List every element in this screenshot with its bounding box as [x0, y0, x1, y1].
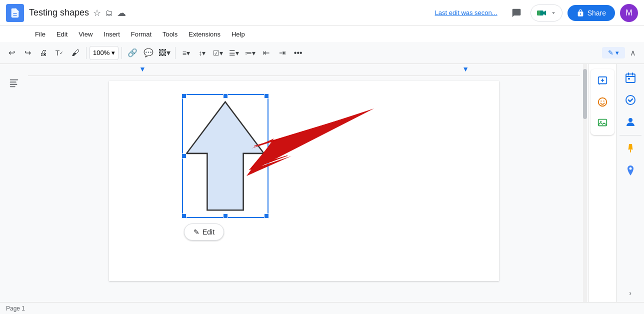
edit-shape-pencil-icon: ✎ — [194, 228, 200, 236]
star-icon[interactable]: ☆ — [93, 8, 101, 18]
bullet-list-button[interactable]: ☰▾ — [226, 46, 242, 60]
calendar-sidebar-icon[interactable] — [622, 69, 640, 87]
pencil-icon: ✎ — [608, 49, 614, 56]
align-button[interactable]: ≡▾ — [178, 46, 194, 60]
doc-page: ✎ Edit — [109, 81, 499, 281]
insert-comment-button[interactable]: 💬 — [141, 46, 156, 60]
svg-rect-27 — [630, 150, 631, 152]
right-panel-group — [590, 69, 614, 135]
document-outline-icon[interactable] — [5, 74, 23, 92]
menu-insert[interactable]: Insert — [98, 28, 125, 40]
indent-decrease-button[interactable]: ⇤ — [258, 46, 274, 60]
menu-format[interactable]: Format — [126, 28, 156, 40]
svg-rect-3 — [537, 10, 540, 16]
svg-point-15 — [598, 98, 606, 106]
handle-top-center[interactable] — [223, 94, 228, 98]
tasks-sidebar-icon[interactable] — [622, 91, 640, 109]
image-panel-button[interactable] — [594, 114, 612, 132]
edit-shape-button[interactable]: ✎ Edit — [184, 224, 224, 240]
checklist-button[interactable]: ☑▾ — [210, 46, 226, 60]
menu-extensions[interactable]: Extensions — [184, 28, 226, 40]
handle-bottom-center[interactable] — [223, 214, 228, 218]
svg-rect-7 — [10, 86, 16, 87]
svg-rect-24 — [628, 78, 630, 80]
right-panel — [588, 64, 616, 302]
menu-tools[interactable]: Tools — [158, 28, 182, 40]
page-count: Page 1 — [6, 305, 25, 312]
indent-increase-button[interactable]: ⇥ — [274, 46, 290, 60]
edit-mode-chevron: ▾ — [616, 49, 619, 56]
spellcheck-button[interactable]: T✓ — [52, 46, 67, 60]
zoom-value: 100% — [93, 49, 110, 56]
meet-button[interactable] — [530, 4, 562, 22]
doc-area: ▼ ▼ — [28, 64, 580, 302]
scrollbar-track — [583, 64, 587, 302]
scrollbar-thumb[interactable] — [583, 69, 587, 119]
share-label: Share — [588, 9, 606, 17]
svg-rect-6 — [10, 84, 18, 85]
ruler-left-marker[interactable]: ▼ — [139, 65, 146, 73]
zoom-control[interactable]: 100% ▾ — [90, 46, 118, 60]
comment-button[interactable] — [508, 4, 526, 22]
svg-marker-8 — [186, 102, 264, 210]
paint-format-button[interactable]: 🖌 — [68, 46, 83, 60]
save-to-drive-icon[interactable]: 🗂 — [105, 8, 113, 18]
ruler-right-marker[interactable]: ▼ — [462, 65, 469, 73]
zoom-dropdown-icon: ▾ — [112, 49, 115, 56]
separator-2 — [122, 47, 122, 59]
insert-image-button[interactable]: 🖼▾ — [157, 46, 172, 60]
svg-point-19 — [600, 121, 602, 122]
handle-middle-left[interactable] — [182, 154, 186, 158]
right-scrollbar[interactable] — [580, 64, 588, 302]
share-button[interactable]: Share — [568, 5, 615, 21]
emoji-panel-button[interactable] — [594, 93, 612, 111]
maps-sidebar-icon[interactable] — [622, 162, 640, 180]
far-right-expand-button[interactable]: › — [629, 289, 632, 297]
menu-bar: File Edit View Insert Format Tools Exten… — [0, 26, 644, 42]
svg-point-17 — [603, 100, 604, 102]
sidebar-divider — [620, 135, 642, 136]
insert-link-button[interactable]: 🔗 — [125, 46, 140, 60]
handle-bottom-right[interactable] — [264, 214, 269, 218]
undo-button[interactable]: ↩ — [4, 46, 19, 60]
main-area: ▼ ▼ — [0, 64, 644, 302]
redo-button[interactable]: ↪ — [20, 46, 35, 60]
line-spacing-button[interactable]: ↕▾ — [194, 46, 210, 60]
svg-point-26 — [628, 118, 632, 122]
svg-rect-4 — [10, 80, 18, 80]
separator-3 — [175, 47, 176, 59]
menu-view[interactable]: View — [74, 28, 98, 40]
more-options-button[interactable]: ••• — [290, 46, 306, 60]
far-right-sidebar: › — [616, 64, 644, 302]
shape-container[interactable] — [184, 96, 266, 216]
ruler: ▼ ▼ — [28, 64, 580, 76]
menu-edit[interactable]: Edit — [52, 28, 72, 40]
add-comment-panel-button[interactable] — [594, 72, 612, 90]
cloud-icon[interactable]: ☁ — [117, 8, 126, 18]
svg-point-16 — [600, 100, 602, 102]
toolbar: ↩ ↪ 🖨 T✓ 🖌 100% ▾ 🔗 💬 🖼▾ ≡▾ ↕▾ ☑▾ ☰▾ ≔▾ … — [0, 42, 644, 64]
print-button[interactable]: 🖨 — [36, 46, 51, 60]
handle-bottom-left[interactable] — [182, 214, 186, 218]
numbered-list-button[interactable]: ≔▾ — [242, 46, 258, 60]
menu-file[interactable]: File — [30, 28, 50, 40]
title-bar: Testing shapes ☆ 🗂 ☁ Last edit was secon… — [0, 0, 644, 26]
handle-middle-right[interactable] — [264, 154, 269, 158]
svg-rect-5 — [10, 82, 16, 82]
svg-rect-20 — [626, 74, 635, 82]
menu-help[interactable]: Help — [226, 28, 250, 40]
up-arrow-shape — [184, 96, 266, 216]
keep-sidebar-icon[interactable] — [622, 140, 640, 158]
left-sidebar — [0, 64, 28, 302]
avatar[interactable]: M — [620, 4, 638, 22]
app-icon[interactable] — [6, 4, 24, 22]
contacts-sidebar-icon[interactable] — [622, 113, 640, 131]
handle-top-right[interactable] — [264, 94, 269, 98]
toolbar-collapse-button[interactable]: ∧ — [626, 46, 640, 60]
edit-mode-button[interactable]: ✎ ▾ — [602, 47, 625, 58]
handle-top-left[interactable] — [182, 94, 186, 98]
last-edit-text[interactable]: Last edit was secon... — [435, 9, 498, 16]
bottom-bar: Page 1 — [0, 302, 644, 314]
doc-title: Testing shapes — [29, 8, 89, 18]
header-right: Share M — [508, 4, 638, 22]
